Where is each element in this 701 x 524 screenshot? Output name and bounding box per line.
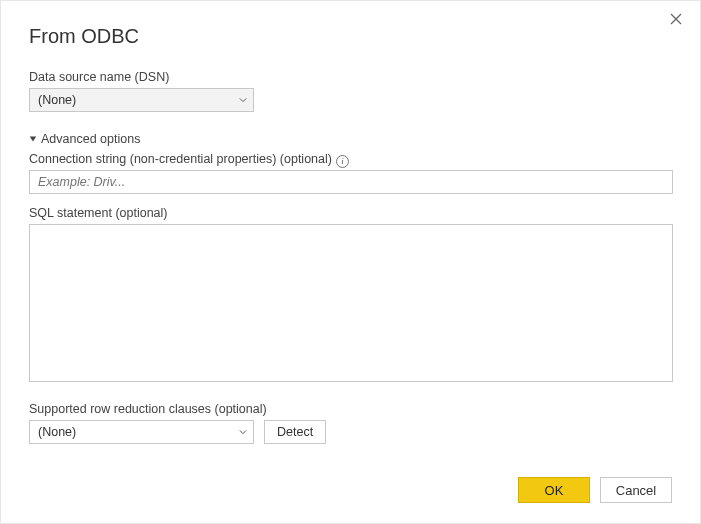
sql-statement-textarea[interactable] [29,224,673,382]
dialog-title: From ODBC [29,25,672,48]
row-reduction-label: Supported row reduction clauses (optiona… [29,402,672,416]
detect-button[interactable]: Detect [264,420,326,444]
sql-statement-label: SQL statement (optional) [29,206,672,220]
dsn-dropdown[interactable]: (None) [29,88,254,112]
row-reduction-dropdown[interactable]: (None) [29,420,254,444]
close-icon [670,13,682,25]
dialog-footer: OK Cancel [518,477,672,503]
advanced-options-label: Advanced options [41,132,140,146]
dsn-label: Data source name (DSN) [29,70,672,84]
close-button[interactable] [668,13,684,29]
odbc-dialog: From ODBC Data source name (DSN) (None) … [0,0,701,524]
info-icon[interactable]: i [336,155,349,168]
chevron-down-icon [239,428,247,436]
chevron-down-icon [239,96,247,104]
triangle-expanded-icon [29,135,37,143]
connection-string-input[interactable] [29,170,673,194]
cancel-button[interactable]: Cancel [600,477,672,503]
dsn-value: (None) [38,93,76,107]
ok-button[interactable]: OK [518,477,590,503]
advanced-options-toggle[interactable]: Advanced options [29,132,672,146]
connection-string-label: Connection string (non-credential proper… [29,152,332,166]
row-reduction-value: (None) [38,425,76,439]
